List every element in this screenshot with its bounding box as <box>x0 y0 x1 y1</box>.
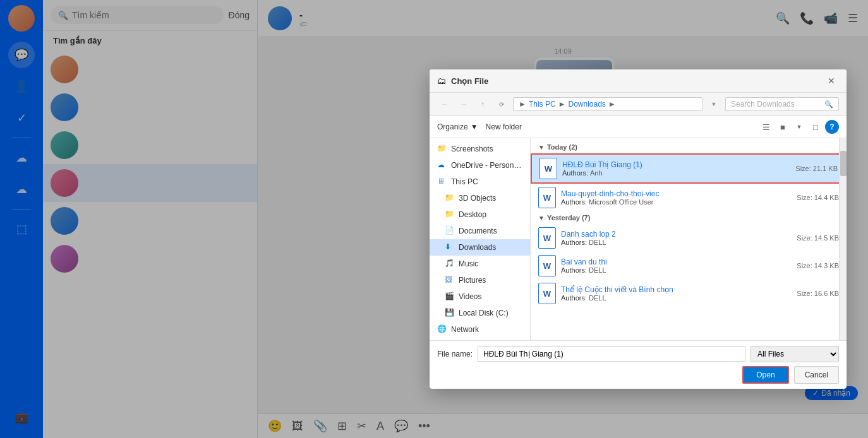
file-author: Authors: DELL <box>561 266 792 274</box>
file-group-label: Yesterday (7) <box>547 214 590 222</box>
view-preview-icon[interactable]: □ <box>809 120 823 134</box>
refresh-button[interactable]: ⟳ <box>494 97 509 112</box>
dialog-sidebar: 📁 Screenshots ☁ OneDrive - Persona... 🖥 … <box>430 138 531 340</box>
up-button[interactable]: ↑ <box>475 97 490 112</box>
file-group-yesterday: ▼ Yesterday (7) <box>531 211 847 224</box>
filetype-select[interactable]: All Files Word Documents PDF Files <box>750 346 839 362</box>
sidebar-item-label: Local Disk (C:) <box>459 309 509 317</box>
word-doc-icon <box>538 227 556 249</box>
breadcrumb-end-arrow: ► <box>608 100 616 109</box>
view-dropdown-icon[interactable]: ▼ <box>792 120 806 134</box>
sidebar-item-label: Pictures <box>459 276 486 285</box>
sidebar-item-desktop[interactable]: 📁 Desktop <box>430 206 530 223</box>
sidebar-item-label: Screenshots <box>451 145 493 153</box>
file-info: Danh sach lop 2 Authors: DELL <box>561 230 792 246</box>
sidebar-item-label: Network <box>451 325 479 334</box>
file-name: HĐLĐ Bùi Thị Giang (1) <box>562 160 790 169</box>
chevron-icon: ▼ <box>538 215 545 222</box>
dialog-close-button[interactable]: ✕ <box>824 74 839 87</box>
folder-icon: 📁 <box>437 144 447 154</box>
filename-label: File name: <box>437 350 473 358</box>
organize-dropdown-icon: ▼ <box>471 122 478 131</box>
filename-input[interactable] <box>478 346 745 362</box>
file-item[interactable]: Bai van du thi Authors: DELL Size: 14.3 … <box>531 252 847 280</box>
file-size: Size: 14.4 KB <box>797 194 839 201</box>
search-downloads-box[interactable]: Search Downloads 🔍 <box>725 97 839 111</box>
file-info: Bai van du thi Authors: DELL <box>561 257 792 274</box>
dialog-footer: File name: All Files Word Documents PDF … <box>430 340 847 389</box>
word-doc-icon <box>539 158 557 179</box>
computer-icon: 🖥 <box>437 177 447 187</box>
network-icon: 🌐 <box>437 324 447 334</box>
organize-label: Organize <box>437 122 468 131</box>
file-group-today: ▼ Today (2) <box>531 141 847 153</box>
file-size: Size: 14.5 KB <box>797 234 839 242</box>
dialog-title-icon: 🗂 <box>437 76 446 86</box>
help-icon[interactable]: ? <box>825 120 839 134</box>
scrollbar[interactable] <box>839 138 847 340</box>
sidebar-item-label: 3D Objects <box>459 194 496 203</box>
sidebar-item-screenshots[interactable]: 📁 Screenshots <box>430 141 530 157</box>
sidebar-item-network[interactable]: 🌐 Network <box>430 321 530 338</box>
breadcrumb-arrow: ► <box>519 100 526 109</box>
dialog-nav: ← → ↑ ⟳ ► This PC ► Downloads ► ▼ Search… <box>430 93 847 116</box>
view-list-icon[interactable]: ■ <box>776 120 790 134</box>
music-icon: 🎵 <box>445 259 455 269</box>
search-downloads-icon: 🔍 <box>824 100 833 109</box>
sidebar-item-pictures[interactable]: 🖼 Pictures <box>430 272 530 288</box>
file-item[interactable]: Thể lệ Cuộc thi viết và Bình chọn Author… <box>531 280 847 307</box>
breadcrumb: ► This PC ► Downloads ► <box>513 97 702 111</box>
file-size: Size: 16.6 KB <box>797 290 839 297</box>
cancel-button[interactable]: Cancel <box>794 366 839 384</box>
folder-icon: 📄 <box>445 226 455 236</box>
sidebar-item-label: OneDrive - Persona... <box>451 161 522 170</box>
word-doc-icon <box>538 255 556 276</box>
open-button[interactable]: Open <box>742 366 788 384</box>
sidebar-item-thispc[interactable]: 🖥 This PC <box>430 174 530 190</box>
filename-row: File name: All Files Word Documents PDF … <box>437 346 839 362</box>
sidebar-item-documents[interactable]: 📄 Documents <box>430 223 530 239</box>
new-folder-button[interactable]: New folder <box>486 122 522 131</box>
sidebar-item-localdisk[interactable]: 💾 Local Disk (C:) <box>430 305 530 321</box>
sidebar-item-downloads[interactable]: ⬇ Downloads <box>430 239 530 256</box>
file-name: Thể lệ Cuộc thi viết và Bình chọn <box>561 285 792 294</box>
sidebar-item-3dobjects[interactable]: 📁 3D Objects <box>430 190 530 206</box>
pictures-icon: 🖼 <box>445 275 455 285</box>
file-size: Size: 21.1 KB <box>795 165 838 172</box>
forward-button[interactable]: → <box>456 97 471 112</box>
cloud-icon: ☁ <box>437 160 447 170</box>
file-info: HĐLĐ Bùi Thị Giang (1) Authors: Anh <box>562 160 790 177</box>
view-icons: ☰ ■ ▼ □ ? <box>759 120 839 134</box>
back-button[interactable]: ← <box>437 97 452 112</box>
breadcrumb-downloads[interactable]: Downloads <box>568 100 605 109</box>
file-name: Danh sach lop 2 <box>561 230 792 239</box>
search-downloads-text: Search Downloads <box>731 100 795 109</box>
word-doc-icon <box>538 283 556 304</box>
sidebar-item-videos[interactable]: 🎬 Videos <box>430 288 530 305</box>
file-info: Mau-quyet-dinh-cho-thoi-viec Authors: Mi… <box>561 189 792 206</box>
breadcrumb-this-pc[interactable]: This PC <box>529 100 556 109</box>
sidebar-item-onedrive[interactable]: ☁ OneDrive - Persona... <box>430 157 530 174</box>
dialog-files: ▼ Today (2) HĐLĐ Bùi Thị Giang (1) Autho… <box>531 138 847 340</box>
sidebar-item-label: Documents <box>459 227 497 235</box>
dialog-title: Chọn File <box>451 76 819 86</box>
dialog-actions: Open Cancel <box>437 366 839 384</box>
dialog-body: 📁 Screenshots ☁ OneDrive - Persona... 🖥 … <box>430 138 847 340</box>
word-doc-icon <box>538 187 556 208</box>
sidebar-item-music[interactable]: 🎵 Music <box>430 256 530 272</box>
view-details-icon[interactable]: ☰ <box>759 120 773 134</box>
file-item[interactable]: Danh sach lop 2 Authors: DELL Size: 14.5… <box>531 224 847 252</box>
organize-button[interactable]: Organize ▼ <box>437 122 478 131</box>
download-folder-icon: ⬇ <box>445 242 455 252</box>
breadcrumb-separator: ► <box>558 100 566 109</box>
dropdown-button[interactable]: ▼ <box>706 97 721 112</box>
file-item-selected[interactable]: HĐLĐ Bùi Thị Giang (1) Authors: Anh Size… <box>531 153 847 184</box>
file-item[interactable]: Mau-quyet-dinh-cho-thoi-viec Authors: Mi… <box>531 184 847 211</box>
folder-icon: 📁 <box>445 210 455 220</box>
scroll-thumb <box>840 151 847 176</box>
file-author: Authors: DELL <box>561 239 792 246</box>
file-size: Size: 14.3 KB <box>797 262 839 269</box>
dialog-titlebar: 🗂 Chọn File ✕ <box>430 69 847 93</box>
folder-icon: 📁 <box>445 193 455 203</box>
sidebar-item-label: Videos <box>459 292 481 301</box>
